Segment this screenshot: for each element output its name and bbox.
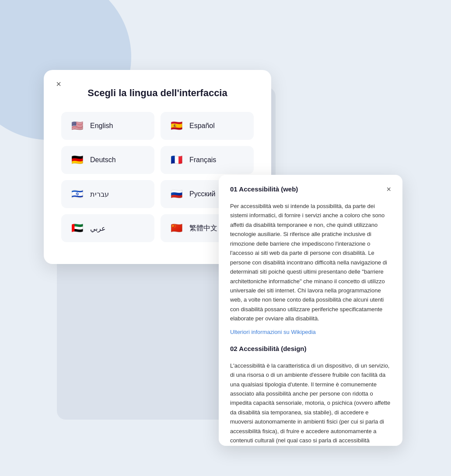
info-card-section-01-link[interactable]: Ulteriori informazioni su Wikipedia: [230, 329, 391, 335]
close-language-card-button[interactable]: ×: [52, 78, 65, 90]
language-card-title: Scegli la lingua dell'interfaccia: [61, 87, 254, 99]
info-card-section-02-text: L'accessibilità è la caratteristica di u…: [230, 361, 391, 446]
flag-espanol: 🇪🇸: [168, 118, 184, 134]
info-card: 01 Accessibilità (web) × Per accessibili…: [219, 175, 402, 446]
language-item-espanol[interactable]: 🇪🇸Español: [161, 112, 254, 140]
language-item-deutsch[interactable]: 🇩🇪Deutsch: [61, 146, 154, 174]
language-item-english[interactable]: 🇺🇸English: [61, 112, 154, 140]
flag-chinese: 🇨🇳: [168, 220, 184, 236]
info-card-section-01-text: Per accessibilità web si intende la poss…: [230, 202, 391, 323]
language-item-francais[interactable]: 🇫🇷Français: [161, 146, 254, 174]
language-label-chinese: 繁體中文: [189, 224, 217, 233]
flag-francais: 🇫🇷: [168, 152, 184, 168]
language-label-arabic: عربي: [90, 224, 106, 233]
language-label-espanol: Español: [189, 122, 215, 130]
flag-arabic: 🇦🇪: [69, 220, 85, 236]
info-card-section-01-title: 01 Accessibilità (web): [230, 185, 298, 193]
language-label-deutsch: Deutsch: [90, 156, 116, 164]
flag-russian: 🇷🇺: [168, 186, 184, 202]
language-label-hebrew: עברית: [90, 190, 109, 198]
language-label-francais: Français: [189, 156, 216, 164]
info-card-header: 01 Accessibilità (web) ×: [230, 185, 391, 197]
close-info-card-button[interactable]: ×: [386, 185, 391, 193]
flag-hebrew: 🇮🇱: [69, 186, 85, 202]
language-label-russian: Русский: [189, 190, 215, 198]
info-card-section-02-title: 02 Accessibilità (design): [230, 345, 307, 352]
flag-deutsch: 🇩🇪: [69, 152, 85, 168]
language-label-english: English: [90, 122, 113, 130]
language-item-arabic[interactable]: 🇦🇪عربي: [61, 214, 154, 242]
info-card-section-02-header: 02 Accessibilità (design): [230, 345, 391, 357]
language-item-hebrew[interactable]: 🇮🇱עברית: [61, 180, 154, 208]
flag-english: 🇺🇸: [69, 118, 85, 134]
